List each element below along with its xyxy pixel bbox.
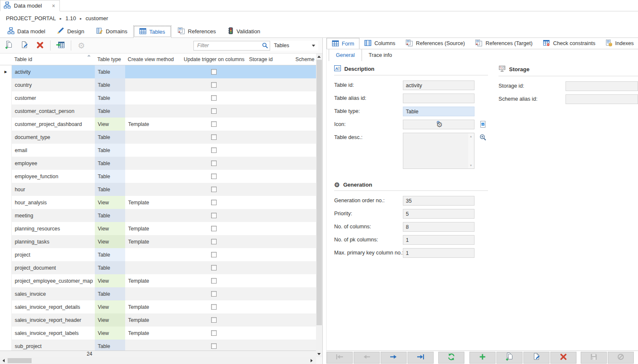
subtab-trace-info[interactable]: Trace info	[362, 49, 399, 61]
column-header-storage-id[interactable]: Storage id	[247, 54, 293, 65]
table-row[interactable]: countryTable	[0, 78, 316, 91]
column-header-update-trigger[interactable]: Update trigger on columns	[181, 54, 247, 65]
table-row[interactable]: projectTable	[0, 248, 316, 261]
save-record-button[interactable]	[581, 352, 607, 364]
storage-id-field[interactable]	[566, 81, 638, 91]
table-row[interactable]: employeeTable	[0, 157, 316, 170]
close-icon[interactable]: ×	[52, 3, 55, 9]
update-trigger-checkbox[interactable]	[211, 134, 217, 140]
horizontal-scrollbar[interactable]	[0, 357, 316, 364]
vertical-scrollbar[interactable]	[316, 54, 322, 357]
textarea-scrollbar[interactable]: ▲▼	[468, 134, 474, 168]
update-trigger-checkbox[interactable]	[211, 239, 217, 244]
no-of-columns-field[interactable]	[403, 222, 474, 232]
table-row[interactable]: customerTable	[0, 91, 316, 104]
table-row[interactable]: emailTable	[0, 144, 316, 157]
update-trigger-checkbox[interactable]	[211, 121, 217, 127]
update-trigger-checkbox[interactable]	[211, 330, 217, 336]
table-row[interactable]: sub_projectTable	[0, 340, 316, 351]
table-desc-field[interactable]: ▲▼	[403, 133, 474, 169]
breadcrumb-project[interactable]: PROJECT_PORTAL	[5, 15, 57, 21]
update-trigger-checkbox[interactable]	[211, 161, 217, 166]
icon-field[interactable]: ⚙⚙	[403, 120, 474, 129]
update-trigger-checkbox[interactable]	[211, 108, 217, 114]
tab-references-source[interactable]: References (Source)	[400, 38, 470, 49]
panel-splitter[interactable]	[322, 38, 327, 364]
column-header-table-type[interactable]: Table type	[95, 54, 125, 65]
table-row[interactable]: project_documentTable	[0, 261, 316, 274]
update-trigger-checkbox[interactable]	[211, 147, 217, 153]
table-row[interactable]: project_employee_customer_mapViewTemplat…	[0, 274, 316, 287]
update-trigger-checkbox[interactable]	[211, 291, 217, 297]
nav-item-validation[interactable]: Validation	[222, 25, 266, 37]
update-trigger-checkbox[interactable]	[211, 226, 217, 231]
generation-order-no-field[interactable]	[403, 196, 474, 206]
nav-last-button[interactable]	[407, 352, 434, 364]
table-row[interactable]: planning_resourcesViewTemplate	[0, 222, 316, 235]
vertical-scrollbar-thumb[interactable]	[316, 60, 322, 325]
table-row[interactable]: ▶activityTable	[0, 65, 316, 78]
nav-item-references[interactable]: References	[172, 25, 222, 37]
zoom-text-button[interactable]	[480, 134, 486, 141]
update-trigger-checkbox[interactable]	[211, 174, 217, 179]
refresh-button[interactable]	[438, 352, 464, 364]
column-header-create-view-method[interactable]: Create view method	[125, 54, 181, 65]
table-row[interactable]: customer_project_dashboardViewTemplate	[0, 118, 316, 131]
scroll-left-icon[interactable]	[3, 359, 5, 362]
scroll-up-icon[interactable]	[317, 56, 321, 58]
image-picker-button[interactable]	[480, 121, 486, 128]
column-header-scheme[interactable]: Scheme a	[293, 54, 316, 65]
update-trigger-checkbox[interactable]	[211, 213, 217, 218]
scroll-up-icon[interactable]: ▲	[469, 135, 472, 138]
breadcrumb-table[interactable]: customer	[85, 15, 109, 21]
scheme-alias-id-field[interactable]	[566, 94, 638, 104]
update-trigger-checkbox[interactable]	[211, 278, 217, 284]
table-row[interactable]: sales_invoice_report_labelsViewTemplate	[0, 327, 316, 340]
cancel-record-button[interactable]	[608, 352, 634, 364]
tab-data-model[interactable]: Data model ×	[0, 0, 60, 11]
table-id-field[interactable]	[403, 80, 474, 90]
update-trigger-checkbox[interactable]	[211, 187, 217, 192]
subtab-general[interactable]: General	[329, 49, 362, 61]
edit-button[interactable]	[19, 40, 30, 51]
update-trigger-checkbox[interactable]	[211, 95, 217, 101]
nav-previous-button[interactable]	[354, 352, 380, 364]
update-trigger-checkbox[interactable]	[211, 304, 217, 310]
update-trigger-checkbox[interactable]	[211, 82, 217, 88]
nav-item-domains[interactable]: Domains	[90, 25, 133, 37]
update-trigger-checkbox[interactable]	[211, 343, 217, 349]
table-row[interactable]: employee_functionTable	[0, 170, 316, 183]
horizontal-scrollbar-thumb[interactable]	[8, 358, 32, 363]
table-row[interactable]: planning_tasksViewTemplate	[0, 235, 316, 248]
update-trigger-checkbox[interactable]	[211, 252, 217, 257]
tab-references-target[interactable]: References (Target)	[470, 38, 537, 49]
table-row[interactable]: hourTable	[0, 183, 316, 196]
table-row[interactable]: meetingTable	[0, 209, 316, 222]
delete-record-button[interactable]	[550, 352, 576, 364]
breadcrumb-version[interactable]: 1.10	[64, 15, 77, 21]
new-copy-button[interactable]	[3, 40, 14, 51]
table-type-field[interactable]	[403, 107, 474, 116]
update-trigger-checkbox[interactable]	[211, 317, 217, 323]
settings-button[interactable]: ⚙	[76, 40, 87, 51]
tab-check-constraints[interactable]: Check constraints	[538, 38, 600, 49]
filter-input[interactable]	[193, 41, 270, 51]
tab-indexes[interactable]: Indexes	[600, 38, 638, 49]
nav-item-tables[interactable]: Tables	[133, 25, 172, 38]
nav-item-design[interactable]: Design	[51, 25, 90, 37]
table-row[interactable]: hour_analysisViewTemplate	[0, 196, 316, 209]
scroll-down-icon[interactable]: ▼	[469, 164, 472, 167]
tab-columns[interactable]: Columns	[359, 38, 400, 49]
scroll-down-icon[interactable]	[317, 353, 321, 355]
add-record-button[interactable]	[469, 352, 496, 364]
update-trigger-checkbox[interactable]	[211, 265, 217, 270]
filter-scope-dropdown[interactable]: Tables	[270, 41, 318, 51]
copy-record-button[interactable]	[496, 352, 523, 364]
table-row[interactable]: sales_invoice_report_detailsViewTemplate	[0, 300, 316, 313]
open-table-button[interactable]	[55, 40, 66, 51]
update-trigger-checkbox[interactable]	[211, 69, 217, 75]
column-header-table-id[interactable]: Table id	[12, 54, 95, 65]
table-row[interactable]: sales_invoiceTable	[0, 287, 316, 300]
max-primary-key-column-no-field[interactable]	[403, 248, 474, 258]
update-trigger-checkbox[interactable]	[211, 200, 217, 205]
